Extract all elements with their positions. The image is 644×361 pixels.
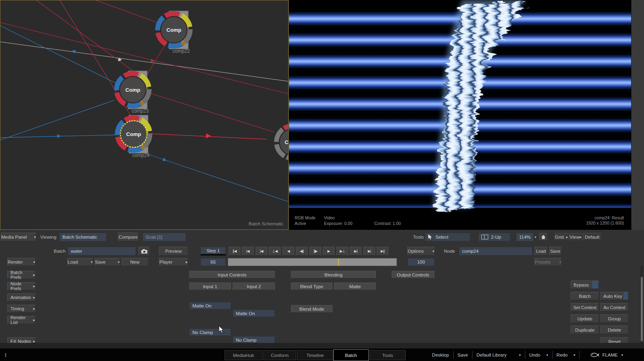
node-title: Comp: [167, 27, 182, 33]
group-button[interactable]: Group: [601, 314, 628, 323]
timing-button[interactable]: Timing ▸: [7, 305, 35, 313]
scrollbar-thumb[interactable]: [641, 277, 643, 341]
batch-load-button[interactable]: Load ▾: [67, 258, 93, 266]
tab-conform[interactable]: Conform: [263, 350, 296, 360]
go-to-in-button[interactable]: [◀: [256, 247, 267, 256]
home-view-button[interactable]: [539, 233, 547, 241]
snapshot-button[interactable]: [138, 247, 150, 256]
divider: [453, 351, 454, 359]
panel-scrollbar[interactable]: [640, 266, 643, 343]
node-comp22[interactable]: Comp comp22: [152, 8, 196, 54]
end-frame-field[interactable]: 100: [407, 258, 435, 266]
media-panel-button[interactable]: Media Panel ▾: [1, 233, 36, 241]
render-list-button[interactable]: Render List ▸: [7, 316, 35, 324]
library-selector[interactable]: Default Library: [477, 353, 507, 357]
go-to-start-button[interactable]: ∥◀: [229, 247, 240, 256]
caret-down-icon: ▾: [89, 260, 93, 264]
animation-button[interactable]: Animation ▸: [7, 293, 35, 301]
previous-keyframe-button[interactable]: ⊥◀: [269, 247, 281, 256]
session-controls: Desktop Save Default Library ▾ Undo ▾ Re…: [432, 349, 623, 361]
delete-button[interactable]: Delete: [601, 326, 628, 334]
set-context-button[interactable]: Set Context: [571, 303, 599, 311]
timeline-slider[interactable]: [228, 258, 397, 266]
eject-icon[interactable]: ▴ ▴: [5, 353, 6, 357]
compare-button[interactable]: Compare: [118, 233, 138, 241]
tab-mediahub[interactable]: MediaHub: [225, 350, 262, 360]
input2-matte-toggle[interactable]: Matte On: [233, 309, 275, 317]
input1-header[interactable]: Input 1: [189, 283, 231, 290]
input2-header[interactable]: Input 2: [233, 283, 275, 290]
caret-down-icon[interactable]: ▾: [544, 353, 548, 357]
update-button[interactable]: Update: [571, 314, 599, 323]
au-context-button[interactable]: Au Context: [601, 303, 628, 311]
node-prefs-button[interactable]: Node Prefs ▸: [7, 282, 35, 290]
current-frame-field[interactable]: 65: [200, 258, 226, 266]
grid-menu-button[interactable]: Grid ▸: [555, 233, 568, 241]
zoom-caret-icon[interactable]: ▾: [535, 233, 536, 241]
flyout-arrow-icon: ▸: [33, 284, 35, 288]
step-back-button[interactable]: ◀∥: [296, 247, 308, 256]
next-marker-button[interactable]: ▶|: [363, 247, 375, 256]
preview-button[interactable]: Preview: [159, 247, 188, 256]
go-to-end-button[interactable]: ▶∥: [377, 247, 388, 256]
bottom-divider: [0, 343, 644, 349]
two-up-button[interactable]: 2-Up: [478, 233, 510, 241]
node-load-button[interactable]: Load: [535, 247, 547, 256]
tab-tools[interactable]: Tools: [369, 350, 406, 360]
auto-key-button[interactable]: Auto Key: [601, 292, 628, 300]
bypass-button[interactable]: Bypass: [571, 281, 599, 289]
playhead[interactable]: [338, 258, 339, 266]
bypass-state-chip: [592, 281, 599, 289]
flyout-arrow-icon: ▸: [186, 260, 188, 264]
viewer-mode-label: RGB Mode: [295, 215, 316, 220]
play-reverse-button[interactable]: ◀: [283, 247, 294, 256]
duplicate-button[interactable]: Duplicate: [571, 326, 599, 334]
go-to-out-button[interactable]: ▶]: [350, 247, 361, 256]
select-tool-button[interactable]: Select: [425, 233, 471, 241]
batch-new-button[interactable]: New: [122, 258, 148, 266]
caret-down-icon[interactable]: ▾: [517, 353, 521, 357]
previous-marker-button[interactable]: |◀: [242, 247, 254, 256]
presets-button[interactable]: Presets ▾: [535, 258, 561, 266]
view-menu-button[interactable]: View ▸: [569, 233, 582, 241]
node-label: Node: [444, 247, 455, 256]
step-mode-field[interactable]: Step 1: [200, 247, 226, 256]
player-button[interactable]: Player ▸: [159, 258, 188, 266]
node-clamp[interactable]: Clamp: [270, 120, 288, 164]
grab-button[interactable]: Grab [1]: [142, 233, 186, 241]
right-edge-strip: [631, 0, 644, 230]
play-button[interactable]: ▶: [323, 247, 334, 256]
desktop-button[interactable]: Desktop: [432, 353, 449, 357]
node-comp23[interactable]: Comp comp23: [111, 68, 155, 114]
blending-header: Blending: [291, 271, 376, 278]
options-button[interactable]: Options ▾: [407, 247, 435, 256]
batch-schematic-panel[interactable]: Comp comp22 Comp comp23: [0, 0, 289, 230]
app-menu-button[interactable]: FLAME: [602, 353, 617, 357]
auto-key-state-chip: [623, 292, 628, 300]
step-forward-button[interactable]: ∥▶: [310, 247, 321, 256]
node-name-input[interactable]: comp24: [459, 247, 533, 256]
viewing-selector[interactable]: Batch Schematic: [59, 233, 107, 241]
node-title: Comp: [126, 87, 140, 93]
timing-label: Timing: [10, 306, 24, 311]
redo-button[interactable]: Redo: [557, 353, 568, 357]
input1-matte-toggle[interactable]: Matte On: [189, 302, 231, 309]
player-label: Player: [159, 260, 173, 264]
viewer-panel[interactable]: RGB Mode Active Video Exposure: 0.00 Con…: [289, 0, 631, 230]
undo-button[interactable]: Undo: [529, 353, 541, 357]
batch-name-input[interactable]: water: [68, 247, 136, 256]
save-session-button[interactable]: Save: [458, 353, 468, 357]
node-save-button[interactable]: Save: [549, 247, 561, 256]
tab-batch[interactable]: Batch: [333, 349, 369, 361]
next-keyframe-button[interactable]: ▶⊥: [336, 247, 348, 256]
default-view-button[interactable]: Default: [583, 233, 601, 241]
caret-down-icon[interactable]: ▾: [619, 353, 623, 357]
batch-save-button[interactable]: Save ▾: [95, 258, 120, 266]
schematic-canvas[interactable]: Comp comp22 Comp comp23: [0, 0, 288, 229]
batch-action-button[interactable]: Batch: [571, 292, 599, 300]
tab-timeline[interactable]: Timeline: [297, 350, 333, 360]
batch-prefs-button[interactable]: Batch Prefs ▸: [7, 271, 35, 279]
render-button[interactable]: Render ▾: [7, 258, 35, 266]
caret-down-icon[interactable]: ▾: [572, 353, 575, 357]
zoom-level-field[interactable]: 114%: [516, 233, 534, 241]
